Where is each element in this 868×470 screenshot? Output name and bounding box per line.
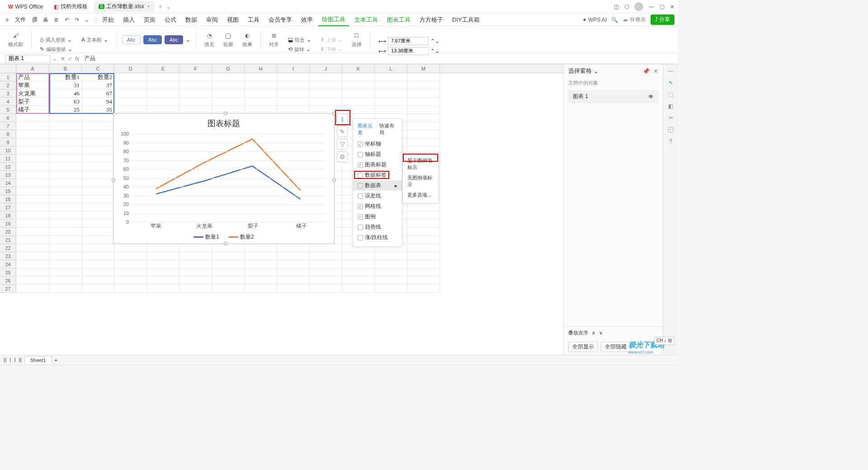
- cell[interactable]: [310, 252, 342, 260]
- cell[interactable]: [212, 244, 245, 252]
- cell[interactable]: [342, 98, 375, 106]
- formula-input[interactable]: 产品: [83, 55, 673, 62]
- chart-element-option[interactable]: 轴标题: [353, 149, 402, 160]
- cell[interactable]: [179, 89, 212, 98]
- cell[interactable]: [407, 203, 440, 212]
- chart-element-option[interactable]: ✓坐标轴: [353, 139, 402, 149]
- cell[interactable]: [375, 268, 407, 277]
- cell[interactable]: [407, 252, 440, 260]
- cell[interactable]: [49, 171, 82, 179]
- col-header[interactable]: H: [245, 64, 277, 73]
- dropdown-icon[interactable]: ⌄: [83, 16, 91, 24]
- cell[interactable]: [179, 73, 212, 81]
- cell[interactable]: [212, 73, 245, 81]
- cell[interactable]: [212, 268, 245, 277]
- namebox-dropdown-icon[interactable]: ⌄: [52, 56, 57, 62]
- cell[interactable]: [49, 114, 82, 122]
- cell[interactable]: [82, 252, 114, 260]
- cell[interactable]: [375, 277, 407, 285]
- preview-icon[interactable]: 🗎: [52, 16, 61, 24]
- cell[interactable]: [342, 106, 375, 114]
- menu-view[interactable]: 视图: [223, 14, 242, 26]
- cell[interactable]: [16, 187, 49, 195]
- checkbox[interactable]: [358, 183, 363, 188]
- cell[interactable]: [114, 98, 147, 106]
- fullscreen-icon[interactable]: ⛶: [670, 367, 675, 368]
- collapse-icon[interactable]: —: [668, 68, 674, 74]
- chart-element-option[interactable]: 趋势线: [353, 222, 402, 232]
- chevron-down-icon[interactable]: ⌄: [67, 37, 72, 43]
- cell[interactable]: [147, 260, 179, 268]
- app-tab[interactable]: W WPS Office: [4, 2, 47, 12]
- tab-workbook[interactable]: S 工作簿数量.xlsx •: [94, 1, 154, 12]
- chart-element-option[interactable]: ✓图表标题: [353, 160, 402, 170]
- cell[interactable]: [16, 228, 49, 236]
- cell[interactable]: [49, 163, 82, 171]
- cell[interactable]: [114, 268, 147, 277]
- cell[interactable]: 苹果: [16, 81, 49, 89]
- cell[interactable]: [82, 155, 114, 163]
- style-preset-1[interactable]: Abc: [122, 35, 141, 44]
- menu-start[interactable]: 开始: [99, 14, 118, 26]
- cell[interactable]: [375, 81, 407, 89]
- menu-review[interactable]: 审阅: [203, 14, 222, 26]
- cell[interactable]: [16, 236, 49, 244]
- cell[interactable]: [245, 81, 277, 89]
- cell[interactable]: [407, 236, 440, 244]
- cell[interactable]: [82, 203, 114, 212]
- cell[interactable]: [82, 138, 114, 146]
- cell[interactable]: [407, 130, 440, 138]
- cell[interactable]: [342, 277, 375, 285]
- row-header[interactable]: 21: [0, 236, 16, 244]
- cell[interactable]: [82, 171, 114, 179]
- cell[interactable]: [147, 252, 179, 260]
- cell[interactable]: [245, 244, 277, 252]
- group-label[interactable]: 组合: [295, 37, 305, 43]
- cell[interactable]: [49, 179, 82, 187]
- cell[interactable]: [16, 171, 49, 179]
- menu-tools[interactable]: 工具: [244, 14, 263, 26]
- cell[interactable]: [82, 130, 114, 138]
- cell[interactable]: [407, 244, 440, 252]
- row-header[interactable]: 9: [0, 138, 16, 146]
- cell[interactable]: [212, 98, 245, 106]
- cell[interactable]: [310, 73, 342, 81]
- chevron-down-icon[interactable]: ⌄: [104, 37, 108, 43]
- help-icon[interactable]: ?: [669, 138, 672, 145]
- row-header[interactable]: 15: [0, 187, 16, 195]
- cell[interactable]: 橘子: [16, 106, 49, 114]
- cell[interactable]: 63: [49, 98, 82, 106]
- spinner-icon[interactable]: ⌃⌄: [430, 38, 439, 44]
- cell[interactable]: [407, 285, 440, 293]
- height-input[interactable]: [388, 37, 429, 45]
- cell[interactable]: [407, 106, 440, 114]
- cell[interactable]: [147, 73, 179, 81]
- cell[interactable]: [147, 268, 179, 277]
- cell[interactable]: [407, 228, 440, 236]
- cell[interactable]: [16, 203, 49, 212]
- resize-handle[interactable]: [224, 112, 227, 115]
- cell[interactable]: [179, 252, 212, 260]
- width-input[interactable]: [388, 47, 429, 55]
- cell[interactable]: [407, 220, 440, 228]
- resize-handle[interactable]: [332, 112, 336, 115]
- cell[interactable]: [179, 260, 212, 268]
- cell[interactable]: [147, 98, 179, 106]
- add-sheet-button[interactable]: +: [55, 357, 57, 363]
- window-icon[interactable]: ◫: [614, 4, 619, 10]
- cell[interactable]: [16, 195, 49, 203]
- next-sheet-icon[interactable]: ⟩: [14, 357, 16, 363]
- row-header[interactable]: 27: [0, 285, 16, 293]
- close-panel-icon[interactable]: ✕: [653, 68, 658, 75]
- prev-sheet-icon[interactable]: ⟨: [9, 357, 11, 363]
- cell[interactable]: [310, 89, 342, 98]
- chart-settings-button[interactable]: ⚙: [337, 151, 348, 162]
- status-icon[interactable]: ⬚: [4, 367, 8, 367]
- cell[interactable]: [82, 163, 114, 171]
- close-button[interactable]: ✕: [670, 4, 675, 10]
- row-header[interactable]: 26: [0, 277, 16, 285]
- row-header[interactable]: 11: [0, 155, 16, 163]
- zoom-value[interactable]: 160%: [637, 367, 650, 368]
- edit-shape-label[interactable]: 编辑形状: [46, 46, 66, 53]
- cell[interactable]: [82, 236, 114, 244]
